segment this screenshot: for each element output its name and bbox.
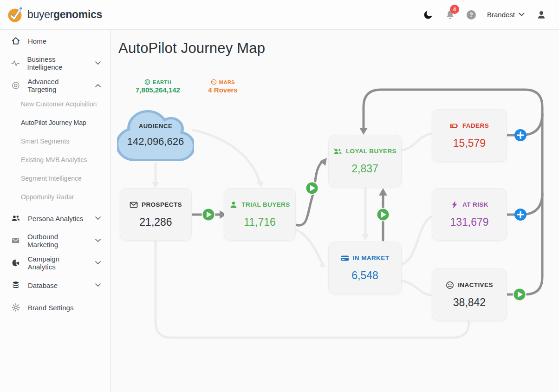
brand-name: buyergenomics (27, 8, 102, 21)
help-icon[interactable]: ? (467, 10, 476, 20)
chevron-up-icon (95, 84, 101, 87)
audience-value: 142,096,626 (117, 136, 194, 148)
people-icon (333, 147, 342, 156)
wire-bottom-loop (156, 241, 469, 338)
chevron-down-icon (95, 239, 101, 242)
node-value: 11,716 (244, 216, 276, 229)
sad-face-icon (446, 281, 454, 289)
flow-add-button[interactable] (514, 129, 526, 141)
dark-mode-moon-icon[interactable] (422, 9, 434, 20)
sidebar-subitem-new-customer-acquisition[interactable]: New Customer Acquisition (0, 95, 110, 113)
target-icon (11, 81, 20, 90)
brand-logo[interactable]: buyergenomics (6, 5, 102, 25)
sidebar-nav: Home Business Intelligence Advanced Targ… (0, 30, 110, 392)
sidebar-subitem-existing-mvb-analytics[interactable]: Existing MVB Analytics (0, 150, 110, 169)
sidebar-item-persona-analytics[interactable]: Persona Analytics (0, 207, 110, 229)
chevron-down-icon (519, 13, 525, 17)
envelope-icon (130, 201, 138, 209)
node-faders[interactable]: FADERS 15,579 (432, 109, 507, 162)
node-loyal-buyers[interactable]: LOYAL BUYERS 2,837 (328, 135, 402, 187)
sidebar-subitem-autopilot-journey-map[interactable]: AutoPilot Journey Map (0, 113, 110, 132)
sidebar-item-database[interactable]: Database (0, 274, 110, 296)
app-window: buyergenomics 4 ? Brandest Home (0, 0, 559, 392)
audience-label: AUDIENCE (117, 123, 194, 130)
sidebar-subitem-segment-intelligence[interactable]: Segment Intelligence (0, 169, 110, 188)
node-value: 21,286 (139, 216, 172, 229)
battery-icon (450, 122, 459, 130)
node-inactives[interactable]: INACTIVES 38,842 (432, 268, 507, 321)
node-value: 38,842 (453, 296, 486, 309)
credit-card-icon (341, 254, 349, 262)
sidebar-item-brand-settings[interactable]: Brand Settings (0, 296, 110, 319)
wire-audience-trial (193, 130, 260, 183)
flow-play-button[interactable] (202, 209, 215, 221)
planet-icon (211, 79, 217, 85)
notifications-bell-icon[interactable]: 4 (445, 9, 455, 20)
notification-count-badge: 4 (450, 5, 459, 14)
wire-inmarket-inactives (402, 281, 431, 295)
flow-play-button[interactable] (514, 288, 526, 301)
node-prospects[interactable]: PROSPECTS 21,286 (120, 188, 192, 241)
people-icon (11, 214, 20, 223)
wire-trial-inmarket (296, 229, 323, 264)
advanced-targeting-submenu: New Customer Acquisition AutoPilot Journ… (0, 95, 110, 206)
sidebar-subitem-smart-segments[interactable]: Smart Segments (0, 132, 110, 150)
person-icon (229, 201, 238, 209)
main-content: AutoPilot Journey Map (110, 30, 559, 392)
chevron-down-icon (95, 216, 101, 220)
node-value: 15,579 (453, 137, 486, 150)
pie-chart-icon (11, 258, 20, 268)
account-menu[interactable]: Brandest (487, 11, 525, 19)
wire-inmarket-atrisk (402, 217, 431, 264)
sidebar-item-advanced-targeting[interactable]: Advanced Targeting (0, 74, 110, 97)
earth-population-value: 7,805,264,142 (130, 86, 186, 94)
sidebar-item-business-intelligence[interactable]: Business Intelligence (0, 52, 110, 74)
flow-add-button[interactable] (514, 209, 526, 221)
logo-checkmark-icon (6, 5, 24, 25)
earth-population-badge: EARTH 7,805,264,142 (130, 79, 186, 94)
audience-cloud-node[interactable]: AUDIENCE 142,096,626 (117, 108, 194, 163)
node-value: 131,679 (450, 216, 488, 229)
node-in-market[interactable]: IN MARKET 6,548 (328, 242, 402, 294)
mars-rovers-value: 4 Rovers (200, 86, 246, 94)
gear-icon (11, 303, 20, 312)
envelope-icon (11, 236, 20, 245)
wire-loyal-faders (402, 134, 431, 150)
chevron-down-icon (95, 61, 101, 65)
top-header: buyergenomics 4 ? Brandest (0, 0, 559, 30)
node-trial-buyers[interactable]: TRIAL BUYERS 11,716 (224, 188, 296, 241)
node-value: 2,837 (351, 163, 378, 175)
chevron-down-icon (95, 261, 101, 265)
home-icon (11, 36, 20, 46)
sidebar-item-home[interactable]: Home (0, 30, 110, 52)
globe-icon (144, 79, 150, 85)
node-at-risk[interactable]: AT RISK 131,679 (432, 188, 507, 241)
database-icon (11, 281, 20, 290)
flow-play-button[interactable] (377, 209, 390, 221)
mars-rovers-badge: MARS 4 Rovers (200, 79, 246, 94)
bolt-icon (450, 201, 459, 209)
sidebar-item-outbound-marketing[interactable]: Outbound Marketing (0, 229, 110, 252)
chevron-down-icon (95, 283, 101, 287)
user-avatar-icon[interactable] (536, 9, 547, 20)
flow-play-button[interactable] (306, 182, 318, 195)
activity-icon (11, 59, 20, 68)
node-value: 6,548 (351, 269, 378, 282)
sidebar-item-campaign-analytics[interactable]: Campaign Analytics (0, 252, 110, 274)
sidebar-subitem-opportunity-radar[interactable]: Opportunity Radar (0, 188, 110, 206)
account-name: Brandest (487, 11, 515, 19)
